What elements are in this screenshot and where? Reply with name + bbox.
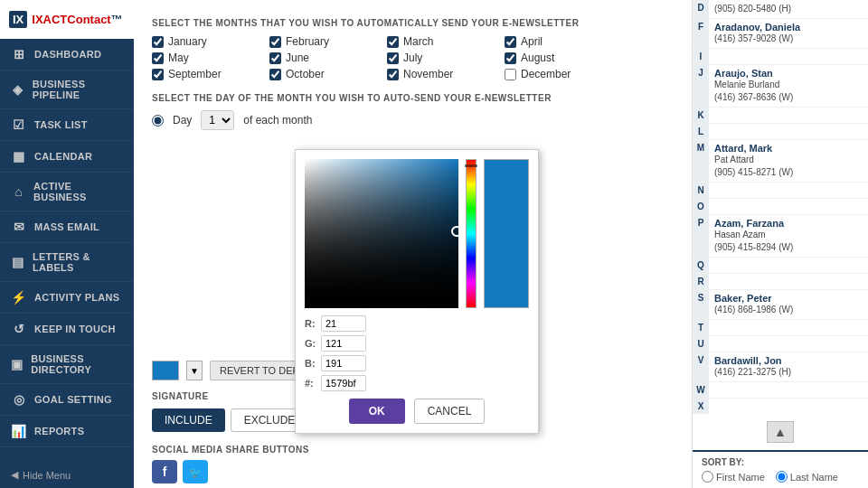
contact-aradanov[interactable]: Aradanov, Daniela: [714, 22, 863, 33]
logo-icon: IX: [9, 11, 27, 28]
sidebar-item-label: MASS EMAIL: [34, 221, 99, 232]
month-january[interactable]: January: [152, 35, 269, 48]
sort-first-name[interactable]: First Name: [702, 471, 765, 483]
b-input[interactable]: [321, 355, 366, 371]
ok-button[interactable]: OK: [349, 399, 405, 424]
sort-last-label: Last Name: [790, 472, 838, 483]
contact-entries-d: (905) 820-5480 (H): [709, 0, 868, 18]
day-label: Day: [173, 114, 192, 127]
sidebar-item-label: LETTERS & LABELS: [33, 251, 123, 273]
contact-attard-detail: Pat Attard(905) 415-8271 (W): [714, 154, 863, 179]
day-radio[interactable]: [152, 115, 164, 127]
sidebar-item-activity-plans[interactable]: ⚡ ACTIVITY PLANS: [0, 282, 134, 314]
month-april-checkbox[interactable]: [505, 36, 516, 48]
alpha-letter-q: Q: [693, 258, 709, 273]
month-september[interactable]: September: [152, 68, 269, 80]
hex-row: #:: [305, 375, 529, 391]
month-october-checkbox[interactable]: [269, 69, 281, 80]
month-march[interactable]: March: [387, 35, 505, 48]
logo-area: IX IXACTContact™: [0, 0, 134, 39]
alpha-row-u: U: [693, 336, 868, 352]
g-input[interactable]: [321, 335, 366, 352]
directory-icon: ▣: [11, 357, 24, 371]
g-label: G:: [305, 338, 317, 349]
r-row: R:: [305, 315, 529, 332]
day-section-label: SELECT THE DAY OF THE MONTH YOU WISH TO …: [152, 93, 674, 103]
hex-input[interactable]: [321, 375, 366, 391]
month-july-checkbox[interactable]: [387, 52, 399, 64]
contact-bardawill-detail: (416) 221-3275 (H): [714, 366, 863, 379]
sidebar-item-business-pipeline[interactable]: ◈ BUSINESS PIPELINE: [0, 70, 134, 109]
gradient-cursor[interactable]: [451, 226, 458, 237]
month-february-checkbox[interactable]: [269, 36, 281, 48]
twitter-button[interactable]: 🐦: [183, 460, 208, 483]
month-november-checkbox[interactable]: [387, 69, 399, 80]
sidebar-item-business-directory[interactable]: ▣ BUSINESS DIRECTORY: [0, 345, 134, 384]
sidebar-item-goal-setting[interactable]: ◎ GOAL SETTING: [0, 384, 134, 416]
sidebar-item-mass-email[interactable]: ✉ MASS EMAIL: [0, 211, 134, 243]
sidebar-item-active-business[interactable]: ⌂ ACTIVE BUSINESS: [0, 173, 134, 211]
hide-menu-button[interactable]: ◀ Hide Menu: [0, 462, 134, 488]
include-button[interactable]: INCLUDE: [152, 408, 225, 432]
month-december[interactable]: December: [505, 68, 622, 80]
sort-section: SORT BY: First Name Last Name: [693, 450, 868, 488]
contact-azam[interactable]: Azam, Farzana: [714, 218, 863, 229]
alpha-letter-o: O: [693, 199, 709, 214]
month-august[interactable]: August: [505, 52, 622, 64]
alpha-row-k: K: [693, 108, 868, 124]
alpha-row-n: N: [693, 183, 868, 199]
month-september-checkbox[interactable]: [152, 69, 164, 80]
hue-slider[interactable]: [466, 159, 476, 308]
month-january-checkbox[interactable]: [152, 36, 164, 48]
month-march-checkbox[interactable]: [387, 36, 399, 48]
month-october[interactable]: October: [269, 68, 387, 80]
alpha-letter-j: J: [693, 65, 709, 107]
contact-aradanov-detail: (416) 357-9028 (W): [714, 33, 863, 45]
month-may-checkbox[interactable]: [152, 52, 164, 64]
contact-araujo[interactable]: Araujo, Stan: [714, 68, 863, 79]
contact-bardawill[interactable]: Bardawill, Jon: [714, 355, 863, 366]
sort-first-radio[interactable]: [702, 471, 713, 483]
contact-baker[interactable]: Baker, Peter: [714, 293, 863, 304]
alpha-letter-v: V: [693, 352, 709, 381]
contact-entries-l: [709, 124, 868, 139]
month-april[interactable]: April: [505, 35, 622, 48]
month-november[interactable]: November: [387, 68, 505, 80]
sidebar-item-reports[interactable]: 📊 REPORTS: [0, 416, 134, 447]
email-icon: ✉: [11, 220, 27, 234]
contact-baker-detail: (416) 868-1986 (W): [714, 304, 863, 316]
facebook-button[interactable]: f: [152, 460, 177, 483]
month-august-checkbox[interactable]: [505, 52, 516, 64]
sidebar-item-label: KEEP IN TOUCH: [34, 324, 116, 334]
alpha-letter-t: T: [693, 320, 709, 335]
alpha-letter-f: F: [693, 19, 709, 48]
sort-last-radio[interactable]: [776, 471, 788, 483]
month-february[interactable]: February: [269, 35, 387, 48]
color-swatch[interactable]: [152, 361, 179, 380]
sidebar-item-dashboard[interactable]: ⊞ DASHBOARD: [0, 39, 134, 70]
month-june[interactable]: June: [269, 52, 387, 64]
sidebar: IX IXACTContact™ ⊞ DASHBOARD ◈ BUSINESS …: [0, 0, 134, 488]
sidebar-item-keep-in-touch[interactable]: ↺ KEEP IN TOUCH: [0, 314, 134, 345]
swatch-dropdown[interactable]: ▼: [186, 361, 203, 380]
sidebar-item-letters-labels[interactable]: ▤ LETTERS & LABELS: [0, 243, 134, 282]
sidebar-item-calendar[interactable]: ▦ CALENDAR: [0, 141, 134, 173]
month-june-checkbox[interactable]: [269, 52, 281, 64]
month-may[interactable]: May: [152, 52, 269, 64]
contact-attard[interactable]: Attard, Mark: [714, 143, 863, 154]
scroll-up-button[interactable]: ▲: [767, 421, 794, 443]
keep-touch-icon: ↺: [11, 322, 27, 336]
sort-last-name[interactable]: Last Name: [776, 471, 838, 483]
letters-icon: ▤: [11, 255, 25, 269]
contact-entries-n: [709, 183, 868, 198]
r-input[interactable]: [321, 315, 366, 332]
color-preview: [484, 159, 529, 308]
cancel-button[interactable]: CANCEL: [414, 399, 486, 424]
month-july[interactable]: July: [387, 52, 505, 64]
sidebar-item-task-list[interactable]: ☑ TASK LIST: [0, 109, 134, 141]
alpha-row-i: I: [693, 49, 868, 65]
day-number-select[interactable]: 1: [201, 110, 234, 130]
color-gradient-area[interactable]: [305, 159, 458, 308]
main-content: SELECT THE MONTHS THAT YOU WISH TO AUTOM…: [134, 0, 692, 488]
month-december-checkbox[interactable]: [505, 69, 516, 80]
